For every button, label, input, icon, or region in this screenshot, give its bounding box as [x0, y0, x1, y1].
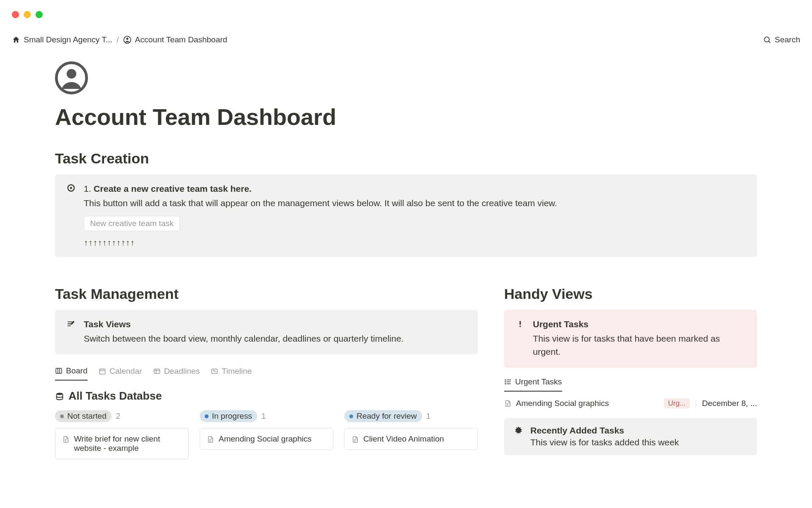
task-date: December 8, ...	[702, 399, 757, 408]
breadcrumb-separator: /	[117, 35, 119, 44]
kanban-board: Not started 2 Write brief for new client…	[55, 410, 478, 459]
tab-label: Calendar	[110, 367, 142, 376]
task-creation-callout: 1. Create a new creative team task here.…	[55, 174, 757, 257]
breadcrumb-root-label: Small Design Agency T...	[24, 35, 112, 44]
page-title: Account Team Dashboard	[55, 104, 757, 130]
page-icon[interactable]	[55, 61, 757, 94]
topbar: Small Design Agency T... / Account Team …	[0, 24, 812, 44]
status-label: Not started	[67, 411, 107, 421]
callout-title: Recently Added Tasks	[530, 425, 679, 436]
step-number: 1.	[84, 184, 91, 193]
close-window-button[interactable]	[12, 11, 19, 18]
card-title: Write brief for new client website - exa…	[74, 434, 181, 453]
svg-rect-15	[154, 369, 160, 374]
arrows-indicator: ↑↑↑↑↑↑↑↑↑↑↑	[84, 238, 746, 248]
status-pill[interactable]: Ready for review	[344, 410, 422, 422]
tab-label: Board	[66, 366, 88, 375]
board-column-not-started: Not started 2 Write brief for new client…	[55, 410, 189, 459]
tab-board[interactable]: Board	[55, 366, 88, 381]
tab-label: Urgent Tasks	[515, 377, 562, 387]
breadcrumb: Small Design Agency T... / Account Team …	[12, 35, 227, 44]
board-column-in-progress: In progress 1 Amending Social graphics	[200, 410, 333, 459]
status-dot-icon	[349, 414, 353, 418]
tab-calendar[interactable]: Calendar	[99, 366, 142, 381]
home-icon	[12, 36, 20, 44]
status-label: Ready for review	[357, 411, 417, 421]
breadcrumb-current[interactable]: Account Team Dashboard	[123, 35, 227, 44]
recently-added-callout: Recently Added Tasks This view is for ta…	[504, 418, 757, 455]
search-icon	[763, 36, 771, 44]
status-pill[interactable]: In progress	[200, 410, 257, 422]
svg-rect-11	[99, 369, 105, 374]
section-heading-task-management: Task Management	[55, 286, 478, 302]
database-title-label: All Tasks Databse	[69, 389, 162, 403]
urgent-tasks-callout: Urgent Tasks This view is for tasks that…	[504, 310, 757, 368]
search-button[interactable]: Search	[763, 35, 800, 44]
status-pill[interactable]: Not started	[55, 410, 112, 422]
status-dot-icon	[60, 414, 64, 418]
urgent-task-row[interactable]: Amending Social graphics Urg... December…	[504, 392, 757, 415]
timeline-icon	[211, 367, 218, 375]
search-label: Search	[775, 35, 800, 44]
section-heading-handy-views: Handy Views	[504, 286, 757, 302]
urgent-tasks-tab[interactable]: Urgent Tasks	[504, 377, 562, 392]
column-count: 2	[116, 411, 121, 421]
account-icon	[55, 61, 88, 94]
callout-title: Urgent Tasks	[533, 319, 746, 329]
callout-description: This button will add a task that will ap…	[84, 196, 746, 210]
table-icon	[153, 367, 161, 375]
urgent-badge: Urg...	[664, 398, 690, 409]
list-icon	[504, 378, 512, 386]
step-title: Create a new creative team task here.	[93, 184, 252, 193]
svg-rect-8	[56, 368, 62, 373]
callout-title: 1. Create a new creative team task here.	[84, 184, 746, 194]
database-title[interactable]: All Tasks Databse	[55, 389, 478, 403]
callout-description: This view is for tasks added this week	[530, 437, 679, 447]
exclamation-icon	[515, 319, 525, 359]
svg-point-7	[70, 187, 72, 189]
svg-line-3	[768, 41, 770, 43]
svg-point-5	[67, 69, 77, 79]
section-heading-task-creation: Task Creation	[55, 150, 757, 167]
board-icon	[55, 367, 63, 375]
svg-point-2	[764, 37, 769, 42]
callout-description: This view is for tasks that have been ma…	[533, 332, 746, 359]
account-icon	[123, 36, 132, 44]
column-count: 1	[426, 411, 431, 421]
svg-point-35	[505, 383, 506, 384]
callout-title: Task Views	[84, 319, 467, 329]
board-column-ready-for-review: Ready for review 1 Client Video Animatio…	[344, 410, 478, 459]
tab-label: Timeline	[222, 367, 252, 376]
svg-rect-28	[520, 321, 521, 325]
bullet-icon	[66, 184, 76, 248]
page-icon	[62, 436, 70, 443]
svg-point-1	[126, 38, 129, 40]
board-card[interactable]: Write brief for new client website - exa…	[55, 428, 189, 459]
status-dot-icon	[205, 414, 208, 418]
status-label: In progress	[212, 411, 252, 421]
page-icon	[207, 436, 214, 443]
calendar-icon	[99, 367, 106, 375]
svg-point-33	[505, 379, 506, 380]
card-title: Amending Social graphics	[219, 434, 312, 444]
board-card[interactable]: Amending Social graphics	[200, 428, 333, 450]
board-card[interactable]: Client Video Animation	[344, 428, 478, 450]
tab-deadlines[interactable]: Deadlines	[153, 366, 200, 381]
breadcrumb-root[interactable]: Small Design Agency T...	[12, 35, 112, 44]
breadcrumb-current-label: Account Team Dashboard	[135, 35, 227, 44]
task-title: Amending Social graphics	[516, 399, 609, 408]
page-content: Account Team Dashboard Task Creation 1. …	[0, 44, 812, 459]
svg-rect-29	[520, 326, 521, 327]
tab-timeline[interactable]: Timeline	[211, 366, 252, 381]
callout-description: Switch between the board view, monthly c…	[84, 332, 467, 345]
new-creative-task-button[interactable]: New creative team task	[84, 216, 180, 231]
window-traffic-lights	[0, 0, 812, 18]
svg-point-34	[505, 381, 506, 382]
burst-icon	[513, 425, 524, 447]
page-icon	[351, 436, 359, 443]
minimize-window-button[interactable]	[24, 11, 31, 18]
pen-icon	[66, 319, 76, 345]
maximize-window-button[interactable]	[36, 11, 43, 18]
tab-label: Deadlines	[164, 367, 200, 376]
page-icon	[504, 400, 512, 407]
